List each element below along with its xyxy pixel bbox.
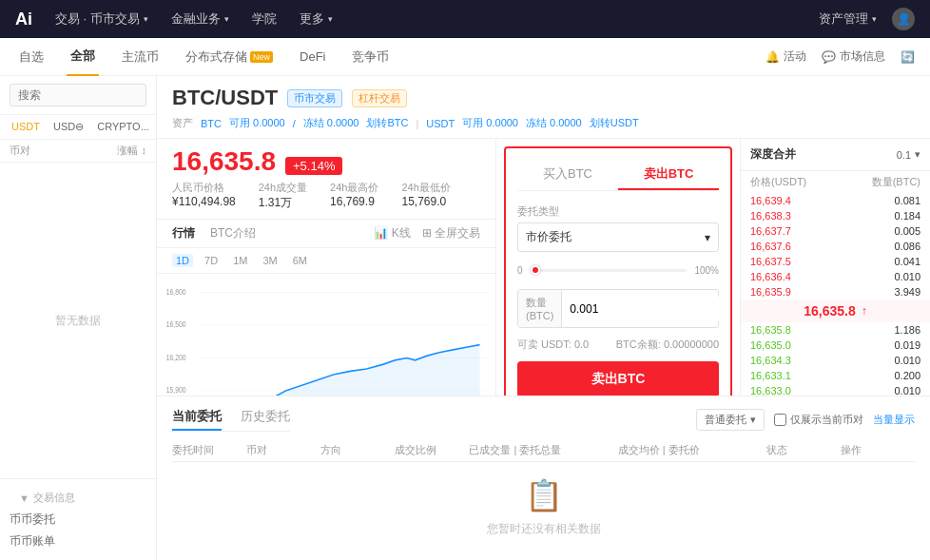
sidebar-coin-orders[interactable]: 币币委托 (10, 509, 146, 531)
current-pair-checkbox[interactable]: 仅展示当前币对 (774, 413, 863, 427)
qty-input[interactable] (562, 297, 720, 321)
order-tabs: 买入BTC 卖出BTC (517, 160, 719, 191)
ob-ask-row[interactable]: 16,638.3 0.184 (741, 208, 930, 223)
nav-left: Ai 交易 · 币市交易 ▾ 金融业务 ▾ 学院 更多 ▾ (15, 10, 819, 29)
sub-nav-right: 🔔 活动 💬 市场信息 🔄 (765, 48, 915, 65)
user-avatar[interactable]: 👤 (892, 8, 915, 30)
tab-usd[interactable]: USD⊖ (49, 119, 87, 135)
spot-badge[interactable]: 币市交易 (287, 89, 342, 107)
subnav-refresh[interactable]: 🔄 (901, 50, 915, 64)
sidebar-coin-bills[interactable]: 币币账单 (10, 531, 146, 552)
ob-ask-row[interactable]: 16,635.9 3.949 (741, 284, 930, 299)
volume-value: 1.31万 (259, 195, 307, 211)
ob-ask-row[interactable]: 16,639.4 0.081 (741, 193, 930, 208)
ob-ask-row[interactable]: 16,637.6 0.086 (741, 239, 930, 254)
chevron-icon: ▾ (328, 14, 333, 24)
ob-bid-row[interactable]: 16,633.1 0.200 (741, 368, 930, 383)
col-avg-price: 成交均价 | 委托价 (618, 443, 766, 457)
nav-more[interactable]: 更多 ▾ (300, 10, 333, 28)
content-area: BTC/USDT 币市交易 杠杆交易 资产 BTC 可用 0.0000 / 冻结… (157, 76, 930, 560)
ob-mid-price: 16,635.8 ↑ (741, 299, 930, 322)
nav-assets[interactable]: 资产管理 ▾ (819, 10, 877, 28)
btn-kline[interactable]: 📊 K线 (374, 225, 410, 241)
slider-track[interactable] (531, 269, 688, 272)
btn-fullscreen[interactable]: ⊞ 全屏交易 (422, 225, 480, 241)
high-label: 24h最高价 (330, 181, 378, 195)
subnav-competitive[interactable]: 竞争币 (348, 38, 393, 76)
ob-ask-row[interactable]: 16,637.5 0.041 (741, 254, 930, 269)
top-navigation: Ai 交易 · 币市交易 ▾ 金融业务 ▾ 学院 更多 ▾ 资产管理 ▾ 👤 (0, 0, 930, 38)
ob-col-header: 价格(USDT) 数量(BTC) (741, 171, 930, 193)
sidebar-bottom: ▼ 交易信息 币币委托 币币账单 (0, 478, 156, 560)
tab-buy[interactable]: 买入BTC (517, 160, 618, 190)
tab-current-orders[interactable]: 当前委托 (172, 404, 222, 431)
bottom-header-row: 当前委托 历史委托 普通委托 ▾ 仅展示当前币对 当量显示 (172, 404, 915, 439)
period-6m[interactable]: 6M (289, 254, 311, 267)
period-3m[interactable]: 3M (259, 254, 281, 267)
nav-academy[interactable]: 学院 (252, 10, 277, 28)
ob-ask-row[interactable]: 16,636.4 0.010 (741, 269, 930, 284)
table-header: 委托时间 币对 方向 成交比例 已成交量 | 委托总量 成交均价 | 委托价 状… (172, 439, 915, 462)
pair-filter-checkbox[interactable] (774, 414, 786, 426)
subnav-all[interactable]: 全部 (67, 38, 99, 76)
btc-frozen: / (293, 118, 296, 129)
tab-history-orders[interactable]: 历史委托 (241, 404, 290, 431)
col-fill-ratio: 成交比例 (395, 443, 469, 457)
svg-text:16,200: 16,200 (166, 353, 186, 362)
high-value: 16,769.9 (330, 195, 378, 208)
sidebar: USDT USD⊖ CRYPTO... 币对 涨幅 ↕ 暂无数据 ▼ 交易信息 … (0, 76, 157, 560)
price-change-badge: +5.14% (285, 157, 342, 175)
ob-bid-row[interactable]: 16,634.3 0.010 (741, 353, 930, 368)
tab-btc-intro[interactable]: BTC介绍 (210, 225, 256, 241)
sub-nav-left: 自选 全部 主流币 分布式存储 New DeFi 竞争币 (15, 38, 765, 76)
subnav-activity[interactable]: 🔔 活动 (765, 48, 806, 65)
slider-thumb[interactable] (531, 265, 540, 275)
current-price: 16,635.8 (172, 146, 276, 177)
subnav-defi[interactable]: DeFi (296, 38, 329, 76)
currency-tabs: USDT USD⊖ CRYPTO... (0, 115, 156, 140)
tab-usdt[interactable]: USDT (8, 119, 44, 135)
nav-finance[interactable]: 金融业务 ▾ (171, 10, 229, 28)
col-link[interactable]: 当量显示 (873, 413, 915, 427)
subnav-favorites[interactable]: 自选 (15, 38, 48, 76)
search-input[interactable] (10, 84, 146, 106)
price-row: 16,635.8 +5.14% (157, 139, 495, 181)
transfer-usdt-btn[interactable]: 划转USDT (590, 116, 639, 130)
period-1m[interactable]: 1M (229, 254, 251, 267)
col-action: 操作 (841, 443, 915, 457)
usdt-label: USDT (426, 118, 455, 129)
ob-bid-row[interactable]: 16,635.8 1.186 (741, 322, 930, 338)
ob-ask-row[interactable]: 16,637.7 0.005 (741, 223, 930, 239)
lever-badge[interactable]: 杠杆交易 (352, 89, 407, 107)
ob-bid-row[interactable]: 16,633.0 0.010 (741, 383, 930, 396)
subnav-mainstream[interactable]: 主流币 (118, 38, 163, 76)
subnav-market-info[interactable]: 💬 市场信息 (822, 48, 885, 65)
refresh-icon: 🔄 (901, 50, 915, 64)
stat-rmb: 人民币价格 ¥110,494.98 (172, 181, 236, 211)
bottom-controls: 普通委托 ▾ 仅展示当前币对 当量显示 (696, 409, 915, 431)
commission-select[interactable]: 市价委托 ▾ (517, 222, 719, 252)
depth-select[interactable]: 0.1 ▾ (897, 148, 920, 161)
stat-volume: 24h成交量 1.31万 (259, 181, 307, 211)
subnav-distributed[interactable]: 分布式存储 New (182, 38, 277, 76)
order-type-select[interactable]: 普通委托 ▾ (696, 409, 765, 431)
sell-button[interactable]: 卖出BTC (517, 361, 719, 396)
no-data-text: 暂无数据 (0, 163, 156, 478)
transfer-btc-btn[interactable]: 划转BTC (366, 116, 408, 130)
period-7d[interactable]: 7D (201, 254, 222, 267)
tab-market[interactable]: 行情 (172, 225, 195, 241)
slider-row: 0 100% (517, 265, 719, 276)
period-1d[interactable]: 1D (172, 254, 193, 267)
btc-frozen-val: 冻结 0.0000 (303, 116, 359, 130)
commission-type-row: 委托类型 市价委托 ▾ (517, 204, 719, 252)
tab-sell[interactable]: 卖出BTC (618, 160, 719, 190)
logo[interactable]: Ai (15, 10, 32, 29)
btc-balance: BTC余额: 0.00000000 (616, 338, 719, 352)
tab-crypto[interactable]: CRYPTO... (93, 119, 153, 135)
orderbook-header: 深度合并 0.1 ▾ (741, 139, 930, 171)
ob-price-col: 价格(USDT) (750, 175, 806, 189)
nav-trading[interactable]: 交易 · 币市交易 ▾ (55, 10, 148, 28)
ob-bid-row[interactable]: 16,635.0 0.019 (741, 338, 930, 353)
col-change-label[interactable]: 涨幅 ↕ (117, 144, 146, 158)
qty-row: 数量 (BTC) (517, 289, 719, 328)
